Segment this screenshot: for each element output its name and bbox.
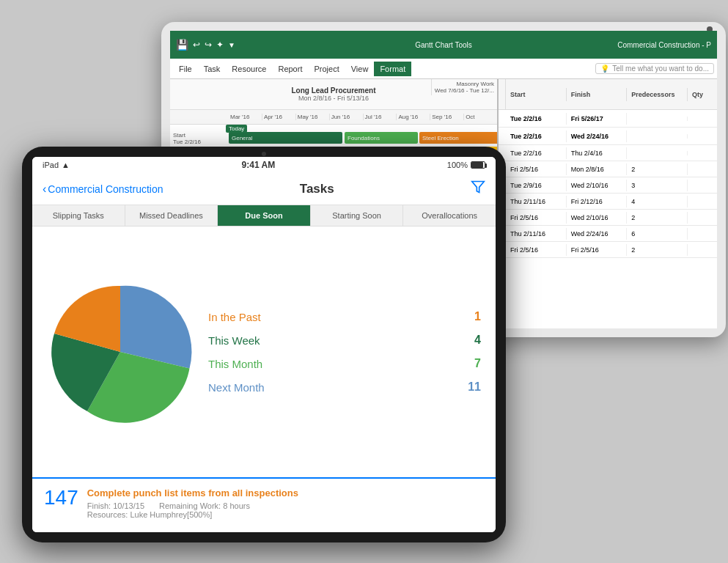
legend-this-month[interactable]: This Month 7 [208, 357, 481, 370]
row6-finish: Wed 2/10/16 [567, 212, 628, 224]
col-start: Start [506, 88, 567, 101]
status-time: 9:41 AM [242, 160, 276, 170]
segment-control: Slipping Tasks Missed Deadlines Due Soon… [32, 205, 496, 227]
segment-due-soon[interactable]: Due Soon [218, 205, 311, 226]
col-arrow [499, 79, 506, 109]
segment-slipping[interactable]: Slipping Tasks [32, 205, 125, 226]
tab-task[interactable]: Task [198, 62, 227, 76]
tab-project[interactable]: Project [308, 62, 345, 76]
table-row-3: Fri 2/5/16 Mon 2/8/16 2 [499, 161, 717, 177]
task-resources: Resources: Luke Humphrey[500%] [87, 510, 484, 519]
row8-finish: Fri 2/5/16 [567, 244, 628, 256]
tab-report[interactable]: Report [272, 62, 308, 76]
start-label: Start Tue 2/2/16 [173, 132, 201, 145]
row4-start: Tue 2/9/16 [506, 180, 567, 191]
legend-label-past: In the Past [208, 311, 261, 323]
row2-pred [627, 151, 688, 155]
row5-qty [688, 199, 717, 204]
nav-title: Tasks [163, 182, 471, 196]
row8-qty [688, 248, 717, 252]
month-jun: Jun '16 [330, 114, 364, 120]
tab-view[interactable]: View [345, 62, 375, 76]
undo-icon: ↩ [193, 40, 200, 50]
row8-start: Fri 2/5/16 [506, 244, 567, 256]
col-qty: Qty [688, 88, 717, 101]
task-detail-card[interactable]: 147 Complete punch list items from all i… [32, 477, 496, 532]
legend-in-past[interactable]: In the Past 1 [208, 310, 481, 323]
battery-fill [471, 162, 483, 168]
legend-value-next: 11 [468, 380, 481, 394]
months-row: Mar '16 Apr '16 May '16 Jun '16 Jul '16 … [170, 110, 497, 125]
table-row-4: Tue 2/9/16 Wed 2/10/16 3 [499, 177, 717, 194]
battery-percent: 100% [447, 161, 468, 169]
ipad-screen: iPad ▲ 9:41 AM 100% ‹ Commercial Constru… [32, 157, 496, 532]
row1-finish: Wed 2/24/16 [567, 130, 628, 142]
month-oct: Oct [464, 114, 497, 120]
month-cells: Mar '16 Apr '16 May '16 Jun '16 Jul '16 … [229, 114, 497, 120]
bar-general: General [229, 132, 342, 144]
table-row-5: Thu 2/11/16 Fri 2/12/16 4 [499, 194, 717, 210]
row3-qty [688, 167, 717, 172]
legend-label-month: This Month [208, 358, 262, 370]
masonry-title: Masonry Work [435, 81, 494, 87]
task-detail-header: 147 Complete punch list items from all i… [44, 487, 484, 519]
month-aug: Aug '16 [397, 114, 430, 120]
back-label: Commercial Construction [48, 183, 163, 195]
redo-icon: ↪ [205, 40, 212, 50]
ipad: iPad ▲ 9:41 AM 100% ‹ Commercial Constru… [22, 147, 506, 542]
pie-chart [47, 279, 194, 425]
bar-foundations: Foundations [345, 132, 418, 144]
gantt-tools-label: Gantt Chart Tools [415, 41, 472, 49]
legend-this-week[interactable]: This Week 4 [208, 334, 481, 347]
row8-pred: 2 [627, 244, 688, 256]
tab-file[interactable]: File [173, 62, 198, 76]
pointer-icon: ✦ [216, 40, 224, 50]
segment-starting[interactable]: Starting Soon [311, 205, 404, 226]
row2-finish: Thu 2/4/16 [567, 147, 628, 159]
legend-value-past: 1 [474, 310, 481, 323]
gantt-table-header: Start Finish Predecessors Qty [499, 79, 717, 110]
table-row-2: Tue 2/2/16 Thu 2/4/16 [499, 145, 717, 161]
table-row-0: Tue 2/2/16 Fri 5/26/17 [499, 110, 717, 128]
search-hint: Tell me what you want to do... [612, 65, 709, 73]
tab-resource[interactable]: Resource [226, 62, 272, 76]
task-remaining-label: Remaining Work: 8 hours [159, 501, 250, 510]
row4-pred: 3 [627, 180, 688, 191]
row5-finish: Fri 2/12/16 [567, 196, 628, 207]
filter-button[interactable] [471, 180, 485, 198]
task-number: 147 [44, 487, 78, 508]
segment-overalloc[interactable]: Overallocations [403, 205, 496, 226]
svg-marker-0 [472, 182, 485, 193]
row2-start: Tue 2/2/16 [506, 147, 567, 159]
legend-label-week: This Week [208, 334, 260, 347]
row7-qty [688, 232, 717, 236]
row1-pred [627, 134, 688, 139]
legend-value-week: 4 [474, 334, 481, 347]
chart-area: In the Past 1 This Week 4 This Month 7 N… [32, 227, 496, 477]
table-row-1: Tue 2/2/16 Wed 2/24/16 [499, 128, 717, 145]
row6-start: Fri 2/5/16 [506, 212, 567, 224]
task-finish-label: Finish: 10/13/15 [87, 501, 144, 510]
pie-legend: In the Past 1 This Week 4 This Month 7 N… [208, 310, 481, 394]
task-info: Complete punch list items from all inspe… [87, 487, 484, 519]
ipad-camera [262, 152, 266, 156]
row7-start: Thu 2/11/16 [506, 228, 567, 240]
project-toolbar: 💾 ↩ ↪ ✦ ▼ Gantt Chart Tools Commercial C… [170, 31, 717, 59]
ribbon-search[interactable]: 💡 Tell me what you want to do... [595, 63, 714, 74]
legend-next-month[interactable]: Next Month 11 [208, 380, 481, 394]
toolbar-icons: 💾 ↩ ↪ ✦ ▼ [176, 39, 235, 51]
back-button[interactable]: ‹ Commercial Construction [43, 183, 163, 196]
month-sep: Sep '16 [430, 114, 464, 120]
row3-start: Fri 2/5/16 [506, 163, 567, 175]
lightbulb-icon: 💡 [600, 65, 609, 73]
segment-missed[interactable]: Missed Deadlines [125, 205, 218, 226]
row0-start: Tue 2/2/16 [506, 113, 567, 125]
month-jul: Jul '16 [364, 114, 397, 120]
tab-format[interactable]: Format [374, 62, 411, 76]
timeline-task-dates: Mon 2/8/16 - Fri 5/13/16 [176, 95, 491, 102]
col-predecessors: Predecessors [627, 88, 688, 101]
row0-finish: Fri 5/26/17 [567, 113, 628, 125]
app-title: Commercial Construction - P [617, 41, 711, 49]
gantt-data-table: Start Finish Predecessors Qty Tue 2/2/16… [497, 79, 717, 328]
row4-finish: Wed 2/10/16 [567, 180, 628, 191]
